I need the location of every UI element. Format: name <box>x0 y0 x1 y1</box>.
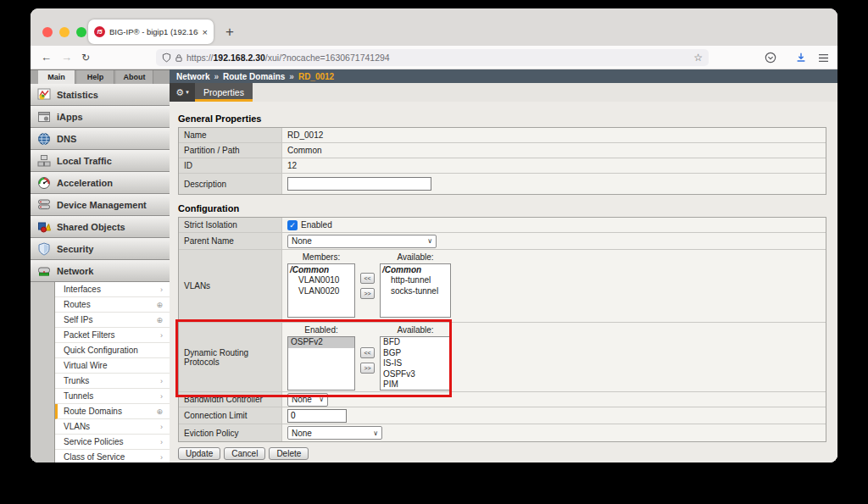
vlans-move-left-button[interactable]: << <box>360 273 375 284</box>
tracking-shield-icon[interactable] <box>162 53 171 63</box>
back-icon[interactable]: ← <box>41 46 52 69</box>
submenu-service-policies[interactable]: Service Policies› <box>55 435 170 450</box>
sidebar-item-shared-objects[interactable]: Shared Objects <box>31 216 170 238</box>
sidebar-item-device-management[interactable]: Device Management <box>31 194 170 216</box>
sidebar-item-label: DNS <box>57 134 76 144</box>
vlans-move-right-button[interactable]: >> <box>360 288 375 299</box>
list-item[interactable]: VLAN0010 <box>288 275 354 286</box>
table-row: Connection Limit <box>179 407 826 424</box>
lock-icon[interactable] <box>175 53 183 63</box>
f5-favicon-icon: f5 <box>94 26 105 37</box>
list-item[interactable]: BGP <box>381 348 450 359</box>
chevron-right-icon: › <box>160 423 163 431</box>
vlans-available-listbox[interactable]: /Common http-tunnel socks-tunnel <box>380 263 451 318</box>
minimize-window-button[interactable] <box>59 27 70 37</box>
select-caret-icon: ∨ <box>319 396 324 403</box>
partition-value: Common <box>282 143 826 158</box>
submenu-route-domains[interactable]: Route Domains⊕ <box>55 404 170 419</box>
add-circle-icon[interactable]: ⊕ <box>156 407 163 416</box>
vlans-members-listbox[interactable]: /Common VLAN0010 VLAN0020 <box>287 263 355 318</box>
sidebar-item-label: Acceleration <box>57 178 113 188</box>
iapps-icon <box>37 110 51 124</box>
breadcrumb-network[interactable]: Network <box>176 72 209 81</box>
bandwidth-controller-label: Bandwidth Controller <box>179 392 282 407</box>
table-row: Eviction Policy None ∨ <box>179 424 826 441</box>
list-item[interactable]: VLAN0020 <box>288 286 354 297</box>
reload-icon[interactable]: ↻ <box>81 46 90 69</box>
submenu-virtual-wire[interactable]: Virtual Wire <box>55 358 170 374</box>
gear-menu-button[interactable]: ⚙ ▾ <box>170 83 195 102</box>
connection-limit-field[interactable] <box>287 409 347 423</box>
description-field[interactable] <box>287 177 431 191</box>
pocket-icon[interactable] <box>765 46 776 69</box>
maximize-window-button[interactable] <box>76 27 86 37</box>
list-item[interactable]: OSPFv2 <box>288 337 354 348</box>
list-item[interactable]: socks-tunnel <box>381 286 450 297</box>
tab-help[interactable]: Help <box>77 70 114 84</box>
parent-name-select[interactable]: None ∨ <box>287 235 437 248</box>
add-circle-icon[interactable]: ⊕ <box>156 301 163 309</box>
bandwidth-controller-select[interactable]: None ∨ <box>287 393 328 407</box>
dynamic-enabled-listbox[interactable]: OSPFv2 <box>287 336 355 390</box>
tab-properties[interactable]: Properties <box>195 83 253 102</box>
menu-hamburger-icon[interactable] <box>818 46 829 69</box>
sidebar-item-label: Shared Objects <box>57 222 125 232</box>
table-row: Strict Isolation ✓ Enabled <box>179 218 826 233</box>
sidebar-item-security[interactable]: Security <box>31 238 170 260</box>
list-item[interactable]: IS-IS <box>381 358 450 369</box>
sidebar-item-local-traffic[interactable]: Local Traffic <box>31 150 170 172</box>
breadcrumb-route-domains[interactable]: Route Domains <box>223 72 285 81</box>
eviction-policy-select[interactable]: None ∨ <box>287 426 382 440</box>
forward-icon[interactable]: → <box>61 46 72 69</box>
list-item[interactable]: http-tunnel <box>381 275 450 286</box>
browser-tab[interactable]: f5 BIG-IP® - bigip1 (192.168.2.30) × <box>88 19 214 44</box>
id-label: ID <box>179 158 282 173</box>
bookmark-star-icon[interactable]: ☆ <box>693 52 703 64</box>
table-row: Description <box>179 174 826 194</box>
submenu-interfaces[interactable]: Interfaces› <box>55 282 170 297</box>
add-circle-icon[interactable]: ⊕ <box>156 316 163 324</box>
sidebar-item-label: Security <box>57 244 93 254</box>
statistics-icon <box>37 88 51 102</box>
list-item[interactable]: PIM <box>381 379 450 390</box>
submenu-quick-configuration[interactable]: Quick Configuration <box>55 343 170 358</box>
dynamic-move-left-button[interactable]: << <box>360 347 375 358</box>
close-window-button[interactable] <box>42 27 53 37</box>
strict-isolation-checkbox[interactable]: ✓ <box>287 220 298 230</box>
list-item[interactable]: OSPFv3 <box>381 369 450 380</box>
sidebar-item-network[interactable]: Network <box>31 260 170 282</box>
sidebar-item-acceleration[interactable]: Acceleration <box>31 172 170 194</box>
download-icon[interactable] <box>795 46 807 69</box>
address-bar[interactable]: https://192.168.2.30/xui/?nocache=163067… <box>156 49 709 66</box>
parent-name-label: Parent Name <box>179 233 282 249</box>
sidebar-item-iapps[interactable]: iApps <box>31 106 170 128</box>
sidebar-item-statistics[interactable]: Statistics <box>31 84 170 106</box>
tab-title: BIG-IP® - bigip1 (192.168.2.30) <box>109 27 198 36</box>
sidebar-item-dns[interactable]: DNS <box>31 128 170 150</box>
submenu-tunnels[interactable]: Tunnels› <box>55 389 170 404</box>
tab-about[interactable]: About <box>116 70 153 84</box>
tab-main[interactable]: Main <box>38 70 75 84</box>
new-tab-button[interactable]: + <box>225 19 234 44</box>
submenu-packet-filters[interactable]: Packet Filters› <box>55 328 170 343</box>
submenu-routes[interactable]: Routes⊕ <box>55 297 170 313</box>
device-management-icon <box>37 198 51 212</box>
list-item[interactable]: BFD <box>381 337 450 348</box>
cancel-button[interactable]: Cancel <box>224 447 265 460</box>
submenu-class-of-service[interactable]: Class of Service› <box>55 450 170 462</box>
submenu-self-ips[interactable]: Self IPs⊕ <box>55 313 170 328</box>
submenu-trunks[interactable]: Trunks› <box>55 374 170 389</box>
table-row: Parent Name None ∨ <box>179 233 826 250</box>
tab-close-icon[interactable]: × <box>203 27 208 37</box>
submenu-vlans[interactable]: VLANs› <box>55 419 170 435</box>
dynamic-move-right-button[interactable]: >> <box>360 363 375 374</box>
delete-button[interactable]: Delete <box>269 447 309 460</box>
dynamic-available-listbox[interactable]: BFD BGP IS-IS OSPFv3 PIM <box>380 336 451 390</box>
chevron-right-icon: › <box>160 392 163 401</box>
vlans-duallist: Members: /Common VLAN0010 VLAN0020 <box>287 250 451 318</box>
page-tabbar: ⚙ ▾ Properties <box>170 83 837 102</box>
name-value: RD_0012 <box>282 128 826 142</box>
update-button[interactable]: Update <box>178 447 220 460</box>
table-row: Dynamic Routing Protocols Enabled: OSPFv… <box>179 323 826 392</box>
table-row: VLANs Members: /Common VLAN0010 VLAN0020 <box>179 250 826 323</box>
